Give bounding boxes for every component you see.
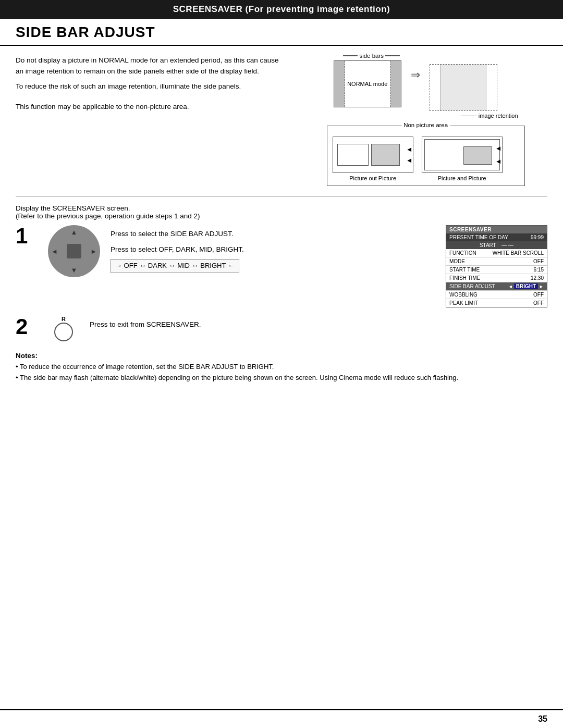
dpad-left-arrow: ◄ bbox=[51, 248, 58, 255]
display-line2: (Refer to the previous page, operation g… bbox=[16, 212, 547, 220]
ss-present-time-label: PRESENT TIME OF DAY bbox=[449, 235, 508, 240]
note-2: The side bar may flash (alternate black/… bbox=[16, 373, 547, 384]
diagram-arrow: ⇒ bbox=[411, 68, 420, 82]
top-section: Do not display a picture in NORMAL mode … bbox=[16, 55, 547, 186]
display-instruction: Display the SCREENSAVER screen. (Refer t… bbox=[16, 204, 547, 220]
step1-row: 1 ▲ ▼ ◄ ► Press to select the SIDE BAR A… bbox=[16, 225, 547, 307]
ss-present-time-value: 99:99 bbox=[531, 235, 544, 240]
pap-caption: Picture and Picture bbox=[438, 175, 486, 181]
ss-finish-time-row: FINISH TIME 12:30 bbox=[446, 274, 547, 282]
step2-content: R Press to exit from SCREENSAVER. bbox=[48, 316, 547, 341]
retention-inner bbox=[440, 65, 486, 110]
section-divider bbox=[16, 196, 547, 197]
intro-para3: This function may be applicable to the n… bbox=[16, 102, 283, 113]
pop-arrow-top: ◄ bbox=[406, 145, 413, 153]
step1-content: ▲ ▼ ◄ ► Press to select the SIDE BAR ADJ… bbox=[48, 225, 547, 307]
intro-para1: Do not display a picture in NORMAL mode … bbox=[16, 55, 283, 77]
note-1: To reduce the occurrence of image retent… bbox=[16, 362, 547, 373]
ss-wobbling-value: OFF bbox=[533, 292, 544, 298]
ss-peak-limit-row: PEAK LIMIT OFF bbox=[446, 299, 547, 307]
step1-number: 1 bbox=[16, 225, 38, 247]
retention-diagram: image retention bbox=[430, 53, 518, 119]
pop-caption: Picture out Picture bbox=[349, 175, 396, 181]
ss-start-row: START — — bbox=[446, 241, 547, 249]
ss-start-time-row: START TIME 6:15 bbox=[446, 266, 547, 274]
page-number: 35 bbox=[538, 714, 547, 724]
non-picture-area-label: Non picture area bbox=[401, 122, 450, 128]
pap-arrow-bot: ◄ bbox=[495, 157, 502, 165]
ss-mode-row: MODE OFF bbox=[446, 257, 547, 266]
ss-time-row: PRESENT TIME OF DAY 99:99 bbox=[446, 233, 547, 241]
ss-function-row: FUNCTION WHITE BAR SCROLL bbox=[446, 249, 547, 257]
main-content: Do not display a picture in NORMAL mode … bbox=[0, 55, 563, 384]
ss-side-bar-label: SIDE BAR ADJUST bbox=[449, 283, 495, 289]
step2-text: Press to exit from SCREENSAVER. bbox=[90, 316, 547, 330]
r-label: R bbox=[62, 316, 66, 322]
ss-start-label: START bbox=[480, 242, 496, 248]
r-button-container: R bbox=[48, 316, 79, 341]
ss-peak-limit-label: PEAK LIMIT bbox=[449, 300, 478, 306]
dpad-center-button bbox=[67, 244, 81, 258]
ss-left-arrow: ◄ bbox=[508, 284, 513, 289]
notes-title: Notes: bbox=[16, 352, 547, 360]
step2-row: 2 R Press to exit from SCREENSAVER. bbox=[16, 316, 547, 341]
page-title: SIDE BAR ADJUST bbox=[16, 24, 547, 41]
ss-start-value: — — bbox=[501, 242, 513, 248]
step1-instruction1: Press to select the SIDE BAR ADJUST. bbox=[111, 228, 435, 240]
pap-main bbox=[424, 139, 500, 170]
side-bars-label: side bars bbox=[358, 53, 385, 59]
ss-finish-time-label: FINISH TIME bbox=[449, 275, 480, 281]
page-title-bar: SIDE BAR ADJUST bbox=[0, 19, 563, 46]
image-retention-label: image retention bbox=[479, 113, 518, 119]
sidebars-diagram: side bars NORMAL mode bbox=[334, 53, 401, 107]
ss-function-label: FUNCTION bbox=[449, 250, 476, 256]
normal-mode-label: NORMAL mode bbox=[347, 81, 387, 87]
notes-list: To reduce the occurrence of image retent… bbox=[16, 362, 547, 384]
ss-mode-value: OFF bbox=[533, 258, 544, 264]
non-pic-diagrams-row: ◄ ◄ Picture out Picture ◄ ◄ bbox=[333, 137, 519, 181]
ss-start-time-label: START TIME bbox=[449, 267, 480, 273]
ss-side-bar-val-row: ◄ BRIGHT ► bbox=[508, 283, 544, 289]
page-header: SCREENSAVER (For preventing image retent… bbox=[0, 0, 563, 19]
step1-text: Press to select the SIDE BAR ADJUST. Pre… bbox=[111, 225, 435, 273]
pop-inner-right bbox=[371, 144, 400, 166]
bottom-bar: 35 bbox=[0, 709, 563, 728]
ss-title: SCREENSAVER bbox=[446, 226, 547, 233]
ss-right-arrow: ► bbox=[539, 284, 544, 289]
step1-sequence: → OFF ↔ DARK ↔ MID ↔ BRIGHT ← bbox=[111, 259, 239, 273]
side-bar-left bbox=[334, 61, 345, 107]
dpad-controller: ▲ ▼ ◄ ► bbox=[48, 225, 100, 277]
ss-function-value: WHITE BAR SCROLL bbox=[493, 250, 544, 256]
ss-start-time-value: 6:15 bbox=[534, 267, 544, 273]
ss-side-bar-row: SIDE BAR ADJUST ◄ BRIGHT ► bbox=[446, 282, 547, 291]
non-picture-area-diagram: Non picture area ◄ ◄ Picture out Picture bbox=[327, 126, 525, 186]
pop-inner-left bbox=[337, 144, 369, 166]
ss-finish-time-value: 12:30 bbox=[531, 275, 544, 281]
pap-box: ◄ ◄ bbox=[422, 137, 503, 173]
r-button bbox=[54, 323, 73, 341]
pop-box: ◄ ◄ bbox=[333, 137, 413, 173]
ss-wobbling-label: WOBBLING bbox=[449, 292, 478, 298]
dpad-down-arrow: ▼ bbox=[71, 266, 78, 274]
ss-mode-label: MODE bbox=[449, 258, 465, 264]
header-title: SCREENSAVER (For preventing image retent… bbox=[173, 4, 390, 14]
picture-and-picture-diag: ◄ ◄ Picture and Picture bbox=[422, 137, 503, 181]
sidebars-diagram-row: side bars NORMAL mode ⇒ bbox=[334, 53, 518, 119]
picture-out-picture-diag: ◄ ◄ Picture out Picture bbox=[333, 137, 413, 181]
ss-peak-limit-value: OFF bbox=[533, 300, 544, 306]
diagrams-area: side bars NORMAL mode ⇒ bbox=[304, 53, 547, 186]
pop-arrow-bot: ◄ bbox=[406, 156, 413, 164]
normal-mode-box: NORMAL mode bbox=[334, 60, 401, 107]
screensaver-menu: SCREENSAVER PRESENT TIME OF DAY 99:99 ST… bbox=[446, 225, 547, 307]
ss-side-bar-value: BRIGHT bbox=[514, 283, 538, 289]
step2-instruction: Press to exit from SCREENSAVER. bbox=[90, 320, 201, 328]
retention-box bbox=[430, 64, 497, 111]
display-line1: Display the SCREENSAVER screen. bbox=[16, 204, 547, 212]
step2-number: 2 bbox=[16, 316, 38, 338]
dpad-outer: ▲ ▼ ◄ ► bbox=[48, 225, 100, 277]
pap-arrow-top: ◄ bbox=[495, 144, 502, 152]
notes-section: Notes: To reduce the occurrence of image… bbox=[16, 352, 547, 384]
intro-para2: To reduce the risk of such an image rete… bbox=[16, 81, 283, 92]
ss-wobbling-row: WOBBLING OFF bbox=[446, 291, 547, 299]
step1-instruction2: Press to select OFF, DARK, MID, BRIGHT. bbox=[111, 244, 435, 255]
